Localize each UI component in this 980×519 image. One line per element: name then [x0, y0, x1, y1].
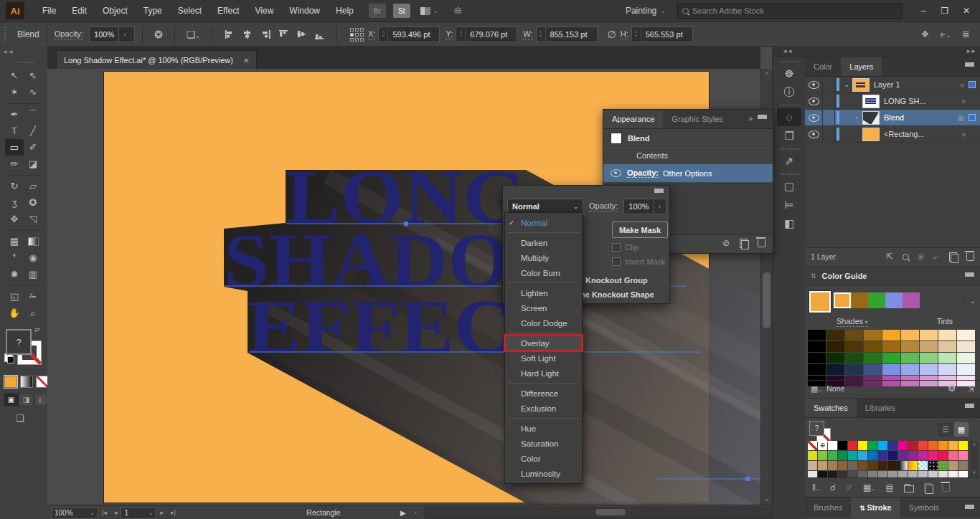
- variation-swatch[interactable]: [864, 353, 882, 363]
- swatch[interactable]: [948, 441, 958, 450]
- lock-toggle[interactable]: [823, 110, 835, 125]
- variation-swatch[interactable]: [826, 353, 844, 363]
- harmony-swatch[interactable]: [851, 292, 868, 308]
- swatch[interactable]: [908, 461, 918, 470]
- layer-row--rectang-[interactable]: <Rectang...○: [805, 126, 980, 143]
- menu-type[interactable]: Type: [136, 0, 170, 22]
- delete-item-icon[interactable]: [758, 239, 765, 247]
- variation-swatch[interactable]: [901, 353, 919, 363]
- swatch[interactable]: [848, 441, 857, 450]
- variation-swatch[interactable]: [826, 341, 844, 352]
- color-themes-icon[interactable]: ☸: [777, 65, 801, 82]
- swatch[interactable]: [818, 451, 827, 460]
- menu-window[interactable]: Window: [281, 0, 328, 22]
- isolate-icon[interactable]: ⫦⌄: [941, 29, 951, 40]
- width-tool[interactable]: ʒ: [5, 194, 24, 211]
- export-icon[interactable]: ⇗: [777, 152, 801, 170]
- variation-swatch[interactable]: [957, 364, 975, 375]
- tab-layers[interactable]: Layers: [841, 57, 882, 76]
- align-hcenter-icon[interactable]: [242, 29, 253, 39]
- blend-mode-lighten[interactable]: Lighten: [505, 285, 582, 300]
- layer-row-layer-1[interactable]: ⌄Layer 1○: [805, 77, 980, 93]
- blend-mode-normal[interactable]: ✓Normal: [505, 215, 582, 230]
- knockout-group-label[interactable]: Knockout Group: [585, 276, 648, 285]
- edit-colors-icon[interactable]: ❂: [948, 384, 956, 394]
- tab-appearance[interactable]: Appearance: [603, 110, 663, 128]
- transform-panel-icon[interactable]: ❖: [920, 29, 929, 40]
- blend-mode-luminosity[interactable]: Luminosity: [505, 466, 582, 481]
- make-mask-icon[interactable]: ◙: [918, 252, 923, 262]
- align-bottom-icon[interactable]: [314, 29, 325, 39]
- status-menu-arrow-icon[interactable]: ▶: [400, 509, 406, 517]
- swatch[interactable]: [918, 451, 928, 460]
- artboard-tool[interactable]: ◱: [5, 288, 24, 305]
- harmony-rules-dropdown[interactable]: ⌄: [963, 294, 976, 307]
- blend-mode-multiply[interactable]: Multiply: [505, 250, 582, 265]
- perspective-grid-tool[interactable]: ◹: [24, 211, 42, 227]
- variation-swatch[interactable]: [957, 330, 975, 341]
- swatch[interactable]: [918, 441, 928, 450]
- variation-swatch[interactable]: [845, 364, 863, 375]
- make-mask-button[interactable]: Make Mask: [612, 222, 668, 238]
- swatch-options-icon[interactable]: ▤: [885, 482, 893, 492]
- scroll-up-icon[interactable]: ˄: [761, 70, 773, 77]
- y-field[interactable]: ˄˅679.076 pt: [456, 27, 517, 42]
- blend-mode-screen[interactable]: Screen: [505, 300, 582, 315]
- base-color-swatch[interactable]: [809, 291, 831, 313]
- blend-mode-soft-light[interactable]: Soft Light: [505, 351, 582, 366]
- eye-icon[interactable]: [611, 169, 621, 177]
- tab-stroke[interactable]: ⇅ Stroke: [851, 497, 900, 518]
- mesh-tool[interactable]: ▦: [5, 233, 24, 249]
- save-to-swatches-icon[interactable]: ⇲: [967, 384, 974, 394]
- align-top-icon[interactable]: [278, 29, 289, 39]
- swatch[interactable]: [928, 461, 938, 470]
- tab-color[interactable]: Color: [805, 57, 841, 76]
- lock-toggle[interactable]: [823, 93, 835, 109]
- harmony-swatch[interactable]: [903, 292, 920, 308]
- expander-icon[interactable]: ›: [851, 114, 862, 121]
- shape-builder-tool[interactable]: ✥: [5, 211, 24, 227]
- panel-menu-icon[interactable]: [965, 404, 974, 408]
- pathfinder-icon[interactable]: ◧: [777, 214, 801, 232]
- swatch[interactable]: [898, 451, 908, 460]
- variation-swatch[interactable]: [901, 330, 919, 341]
- swatch[interactable]: [958, 451, 968, 460]
- slice-tool[interactable]: ✁: [24, 288, 42, 305]
- appearance-row-blend[interactable]: Blend: [603, 129, 773, 148]
- paintbrush-tool[interactable]: ✐: [24, 139, 42, 156]
- swatch[interactable]: [898, 461, 908, 470]
- panel-menu-icon[interactable]: ≣: [962, 29, 970, 40]
- variation-swatch[interactable]: [808, 330, 826, 341]
- blend-mode-saturation[interactable]: Saturation: [505, 436, 582, 451]
- new-color-group-icon[interactable]: [904, 485, 914, 492]
- swatch[interactable]: [888, 441, 897, 450]
- variation-swatch[interactable]: [864, 330, 882, 341]
- blend-mode-difference[interactable]: Difference: [505, 386, 582, 401]
- magic-wand-tool[interactable]: ✶: [5, 84, 24, 100]
- duplicate-item-icon[interactable]: [740, 239, 748, 248]
- swatch[interactable]: [948, 451, 958, 460]
- new-swatch-icon[interactable]: [924, 483, 932, 492]
- swatch[interactable]: [828, 441, 837, 450]
- variation-swatch[interactable]: [938, 330, 956, 341]
- delete-swatch-icon[interactable]: [942, 484, 950, 492]
- collapse-panel-icon[interactable]: ⇅: [811, 272, 816, 280]
- blend-mode-exclusion[interactable]: Exclusion: [505, 401, 582, 416]
- opacity-label[interactable]: Opacity:: [55, 29, 83, 39]
- knockout-shape-label[interactable]: ne Knockout Shape: [580, 290, 654, 299]
- menu-edit[interactable]: Edit: [64, 0, 95, 22]
- arrange-documents-button[interactable]: ⌄: [420, 7, 438, 15]
- opacity-dropdown-arrow[interactable]: ›: [118, 27, 131, 42]
- variation-swatch[interactable]: [957, 353, 975, 363]
- swatch[interactable]: [838, 461, 847, 470]
- w-field[interactable]: ˄˅855.153 pt: [536, 27, 598, 42]
- symbol-sprayer-tool[interactable]: ✺: [5, 266, 24, 282]
- expander-icon[interactable]: ⌄: [841, 81, 852, 88]
- align-vcenter-icon[interactable]: [296, 29, 307, 39]
- zoom-level-select[interactable]: 100%⌄: [51, 507, 98, 519]
- color-themes-icon[interactable]: ☌: [830, 482, 836, 492]
- swatch[interactable]: [888, 451, 897, 460]
- variation-swatch[interactable]: [920, 364, 938, 375]
- x-field[interactable]: ˄˅593.496 pt: [378, 27, 440, 42]
- visibility-toggle[interactable]: [805, 110, 823, 125]
